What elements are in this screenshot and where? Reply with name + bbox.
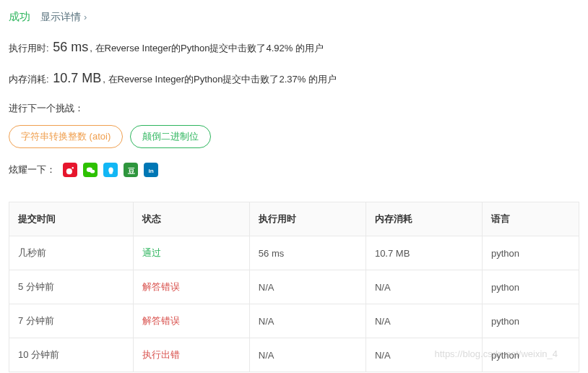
cell-lang: python [483, 304, 579, 338]
show-details-link[interactable]: 显示详情 › [40, 11, 87, 24]
weibo-icon[interactable] [63, 163, 77, 177]
next-challenge-label: 进行下一个挑战： [9, 102, 579, 115]
cell-status[interactable]: 执行出错 [133, 338, 249, 372]
th-memory: 内存消耗 [366, 202, 482, 236]
memory-line: 内存消耗: 10.7 MB, 在Reverse Integer的Python提交… [9, 71, 579, 86]
submissions-table: 提交时间 状态 执行用时 内存消耗 语言 几秒前通过56 ms10.7 MBpy… [9, 202, 579, 372]
th-runtime: 执行用时 [249, 202, 366, 236]
svg-point-3 [90, 169, 95, 173]
challenge-atoi-button[interactable]: 字符串转换整数 (atoi) [9, 125, 123, 148]
cell-time: 10 分钟前 [9, 338, 134, 372]
cell-time: 几秒前 [9, 236, 134, 270]
memory-suffix: , 在Reverse Integer的Python提交中击败了2.37% 的用户 [103, 74, 337, 85]
show-details-text: 显示详情 [40, 11, 81, 24]
challenge-reverse-bits-button[interactable]: 颠倒二进制位 [130, 125, 211, 148]
svg-text:豆: 豆 [126, 166, 134, 174]
cell-memory: 10.7 MB [366, 236, 482, 270]
memory-value: 10.7 MB [53, 71, 101, 85]
svg-point-0 [66, 168, 72, 174]
cell-time: 5 分钟前 [9, 270, 134, 304]
th-lang: 语言 [483, 202, 579, 236]
chevron-right-icon: › [84, 12, 87, 22]
svg-point-5 [109, 172, 113, 173]
cell-status[interactable]: 解答错误 [133, 270, 249, 304]
table-row: 10 分钟前执行出错N/AN/Apython [9, 338, 579, 372]
cell-memory: N/A [366, 304, 482, 338]
douban-icon[interactable]: 豆 [124, 163, 138, 177]
memory-label: 内存消耗: [9, 74, 49, 85]
status-success: 成功 [9, 10, 30, 24]
cell-runtime: N/A [249, 270, 366, 304]
cell-runtime: N/A [249, 304, 366, 338]
runtime-value: 56 ms [53, 40, 88, 54]
svg-point-1 [72, 167, 73, 168]
runtime-label: 执行用时: [9, 43, 49, 53]
wechat-icon[interactable] [83, 163, 98, 177]
table-row: 几秒前通过56 ms10.7 MBpython [9, 236, 579, 270]
cell-status[interactable]: 解答错误 [133, 304, 249, 338]
qq-icon[interactable] [103, 163, 118, 177]
cell-lang: python [483, 236, 579, 270]
cell-lang: python [483, 338, 579, 372]
cell-memory: N/A [366, 338, 482, 372]
cell-time: 7 分钟前 [9, 304, 134, 338]
cell-memory: N/A [366, 270, 482, 304]
table-row: 5 分钟前解答错误N/AN/Apython [9, 270, 579, 304]
cell-status[interactable]: 通过 [133, 236, 249, 270]
cell-runtime: 56 ms [249, 236, 366, 270]
th-status: 状态 [133, 202, 249, 236]
svg-text:in: in [148, 167, 153, 173]
share-label: 炫耀一下： [9, 163, 56, 176]
cell-lang: python [483, 270, 579, 304]
linkedin-icon[interactable]: in [144, 163, 158, 177]
th-time: 提交时间 [9, 202, 134, 236]
share-icons: 豆 in [63, 163, 158, 177]
table-row: 7 分钟前解答错误N/AN/Apython [9, 304, 579, 338]
runtime-line: 执行用时: 56 ms, 在Reverse Integer的Python提交中击… [9, 40, 579, 55]
runtime-suffix: , 在Reverse Integer的Python提交中击败了4.92% 的用户 [90, 43, 324, 53]
cell-runtime: N/A [249, 338, 366, 372]
